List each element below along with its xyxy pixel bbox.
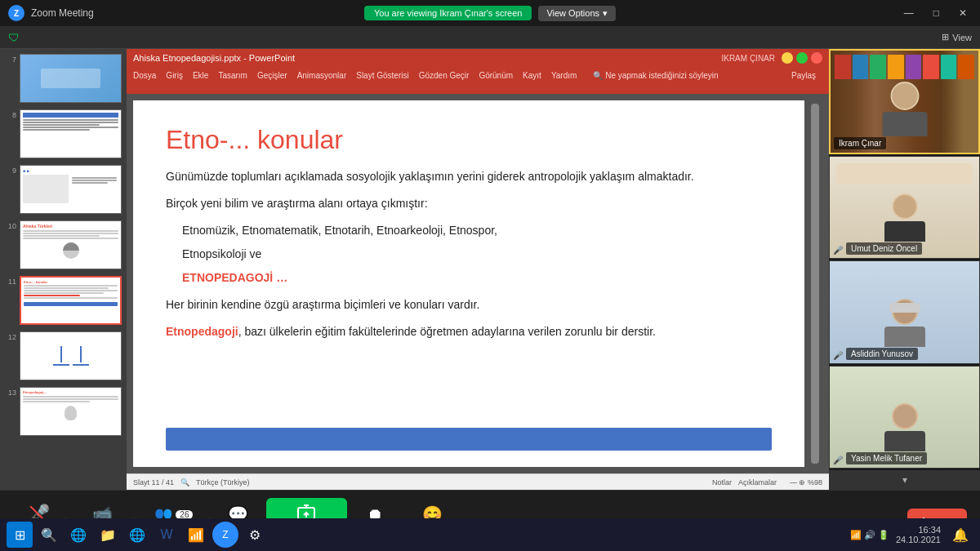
view-button[interactable]: ⊞ View [942,32,972,42]
participant-name-ikram: Ikram Çınar [834,137,886,149]
mic-muted-icon-umut: 🎤 [833,246,843,255]
participants-scroll-down[interactable]: ▾ [829,470,980,490]
menu-gorunum[interactable]: Görünüm [479,71,513,80]
slide-bottom-bar [166,428,772,451]
start-button[interactable]: ⊞ [7,522,33,548]
thumbnail-8[interactable]: 8 [3,108,123,160]
participants-count-badge: 26 [176,510,193,519]
slide-indent-2: Etnopsikoloji ve [166,246,772,263]
participant-video-yasin: 🎤 Yasin Melik Tufaner [829,366,980,469]
share-ppt-btn[interactable]: Paylaş [785,69,822,82]
slide-content-wrapper: Etno-... konular Günümüzde toplumları aç… [127,94,829,473]
thumbnails-panel[interactable]: 7 8 [0,49,127,490]
thumbnail-10[interactable]: 10 Ahiska Türkleri [3,219,123,271]
thumbnail-9[interactable]: 9 ■ ■ [3,163,123,216]
chevron-down-icon: ▾ [902,474,907,486]
menu-animasyonlar[interactable]: Animasyonlar [297,71,347,80]
menu-search[interactable]: 🔍 Ne yapmak istediğinizi söyleyin [593,71,718,80]
edge-browser-icon[interactable]: 🌐 [124,522,150,548]
slide-number: Slayt 11 / 41 [133,478,174,487]
clock: 16:34 24.10.2021 [896,525,941,544]
minimize-button[interactable]: — [899,6,919,20]
slide-para-4: Etnopedagoji, bazı ülkelerin eğitim fakü… [166,323,772,340]
word-icon[interactable]: W [154,522,180,548]
menu-yardim[interactable]: Yardım [551,71,577,80]
win-taskbar-left: ⊞ 🔍 🌐 📁 🌐 W 📶 Z ⚙ [7,522,268,548]
system-tray: 📶 🔊 🔋 [850,530,889,540]
slide-title: Etno-... konular [166,125,772,155]
security-bar: 🛡 ⊞ View [0,26,980,49]
title-bar: Z Zoom Meeting You are viewing Ikram Çın… [0,0,980,26]
slide-indent-1: Etnomüzik, Etnomatematik, Etnotarih, Etn… [166,222,772,239]
slide-scrollbar[interactable] [811,104,819,464]
menu-kayit[interactable]: Kayıt [523,71,541,80]
slide-etnopedagoji: ETNOPEDAGOJİ … [166,269,772,287]
ppt-status-bar: Slayt 11 / 41 🔍 Türkçe (Türkiye) Notlar … [127,473,829,490]
menu-gecisler[interactable]: Geçişler [257,71,287,80]
viewing-badge: You are viewing Ikram Çınar's screen [364,6,532,20]
app-title: Zoom Meeting [31,7,94,19]
slide-body: Günümüzde toplumları açıklamada sosyoloj… [166,168,772,350]
slide-para-3: Her birinin kendine özgü araştırma biçim… [166,296,772,313]
titlebar-left: Z Zoom Meeting [8,5,94,21]
edge-icon[interactable]: 🌐 [65,522,91,548]
maximize-button[interactable]: □ [929,6,944,20]
participant-video-umut: 🎤 Umut Deniz Öncel [829,156,980,260]
comments-btn[interactable]: Açıklamalar [738,478,777,487]
ppt-user: IKRAM ÇINAR [721,54,775,63]
time-display: 16:34 [896,525,941,535]
grid-icon: ⊞ [942,32,949,42]
menu-slayt-gosterisi[interactable]: Slayt Gösterisi [356,71,408,80]
participant-name-asliddin: Asliddin Yunusov [846,348,918,360]
shield-icon: 🛡 [8,31,20,44]
notification-icon[interactable]: 🔔 [947,522,973,548]
windows-taskbar: ⊞ 🔍 🌐 📁 🌐 W 📶 Z ⚙ 📶 🔊 🔋 16:34 24.10.2021… [0,518,980,551]
search-icon[interactable]: 🔍 [36,522,62,548]
ppt-window-controls [782,52,822,64]
wifi-icon[interactable]: 📶 [183,522,209,548]
ppt-close-button[interactable] [811,52,822,64]
chevron-down-icon: ▾ [603,8,608,19]
participant-name-yasin: Yasin Melik Tufaner [846,452,927,464]
titlebar-center: You are viewing Ikram Çınar's screen Vie… [364,6,616,21]
date-display: 24.10.2021 [896,535,941,544]
ppt-menu-bar[interactable]: Dosya Giriş Ekle Tasarım Geçişler Animas… [127,67,829,83]
slide-area: Ahiska Etnopedagojisi.pptx - PowerPoint … [127,49,829,490]
thumbnail-7[interactable]: 7 [3,52,123,104]
close-button[interactable]: ✕ [954,6,972,20]
thumbnail-13[interactable]: 13 Etnopedagoji... [3,385,123,438]
participant-name-umut: Umut Deniz Öncel [846,242,922,255]
settings-icon[interactable]: ⚙ [242,522,268,548]
win-taskbar-right: 📶 🔊 🔋 16:34 24.10.2021 🔔 [850,522,973,548]
view-options-button[interactable]: View Options ▾ [538,6,616,21]
main-area: 7 8 [0,49,980,490]
thumbnail-12[interactable]: 12 [3,330,123,382]
slide-red-etnopedagoji: Etnopedagoji [166,325,238,338]
participant-video-ikram: Ikram Çınar [829,49,980,154]
ppt-file-title: Ahiska Etnopedagojisi.pptx - PowerPoint [133,53,295,63]
ppt-minimize-button[interactable] [782,52,793,64]
ppt-maximize-button[interactable] [796,52,808,64]
ppt-header: Ahiska Etnopedagojisi.pptx - PowerPoint … [127,49,829,94]
zoom-logo-icon: Z [8,5,24,21]
menu-tasarim[interactable]: Tasarım [218,71,247,80]
titlebar-right: — □ ✕ [899,6,972,20]
zoom-level: — ⊕ %98 [790,478,822,487]
mic-muted-icon-asliddin: 🎤 [833,351,843,360]
menu-dosya[interactable]: Dosya [133,71,156,80]
language-indicator: 🔍 [180,478,189,487]
participants-panel: Ikram Çınar 🎤 Umut Deniz Öncel [829,49,980,490]
menu-gozden-gecir[interactable]: Gözden Geçir [419,71,470,80]
ppt-title-bar: Ahiska Etnopedagojisi.pptx - PowerPoint … [127,49,829,67]
notes-btn[interactable]: Notlar [712,478,732,487]
thumbnail-11[interactable]: 11 Etno-... konular [3,274,123,327]
menu-giris[interactable]: Giriş [166,71,183,80]
language-label: Türkçe (Türkiye) [196,478,250,487]
menu-ekle[interactable]: Ekle [193,71,208,80]
mic-muted-icon-yasin: 🎤 [833,455,843,464]
slide-para-1: Günümüzde toplumları açıklamada sosyoloj… [166,168,772,185]
explorer-icon[interactable]: 📁 [95,522,121,548]
zoom-app-icon[interactable]: Z [212,522,238,548]
participant-video-asliddin: 🎤 Asliddin Yunusov [829,260,980,364]
slide-para-2: Birçok yeni bilim ve araştırma alanı ort… [166,195,772,212]
